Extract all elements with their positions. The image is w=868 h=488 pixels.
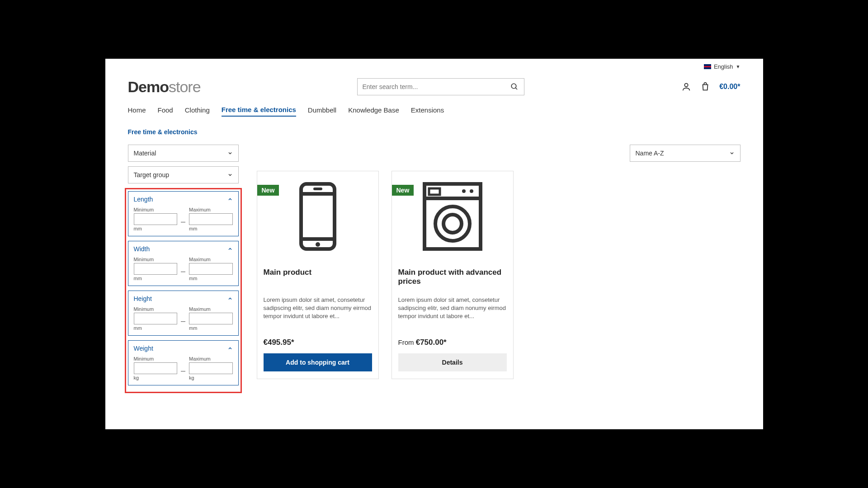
- product-grid: NewMain productLorem ipsum dolor sit ame…: [257, 171, 741, 379]
- filter-min-field: Minimummm: [134, 257, 178, 281]
- filter-max-unit: mm: [189, 226, 233, 231]
- new-badge: New: [257, 185, 279, 196]
- search-box[interactable]: [357, 78, 524, 95]
- nav-item[interactable]: Free time & electronics: [222, 106, 296, 117]
- chevron-up-icon: [227, 197, 233, 202]
- filter-max-field: Maximummm: [189, 257, 233, 281]
- filter-range-header[interactable]: Width: [128, 241, 238, 257]
- svg-point-12: [470, 189, 473, 193]
- sort-select[interactable]: Name A-Z: [630, 145, 741, 162]
- nav-item[interactable]: Food: [158, 106, 173, 116]
- filter-max-input[interactable]: [189, 213, 233, 225]
- logo[interactable]: Demostore: [128, 78, 201, 96]
- filter-max-label: Maximum: [189, 356, 233, 361]
- product-price: €495.95*: [264, 338, 372, 347]
- header-right: €0.00*: [681, 82, 740, 92]
- flag-icon: [704, 64, 711, 69]
- account-icon[interactable]: [681, 82, 691, 92]
- main-area: MaterialTarget group LengthMinimummm–Max…: [128, 145, 741, 393]
- content-area: Name A-Z NewMain productLorem ipsum dolo…: [257, 145, 741, 393]
- filter-max-unit: mm: [189, 325, 233, 331]
- chevron-up-icon: [227, 246, 233, 252]
- filter-max-input[interactable]: [189, 313, 233, 324]
- filter-min-unit: mm: [134, 226, 178, 231]
- product-action-button[interactable]: Details: [398, 353, 507, 371]
- card-body: Main productLorem ipsum dolor sit amet, …: [257, 262, 378, 379]
- range-dash: –: [181, 267, 185, 276]
- search-icon[interactable]: [509, 82, 519, 92]
- nav-item[interactable]: Extensions: [411, 106, 444, 116]
- filter-range-header[interactable]: Weight: [128, 341, 238, 356]
- svg-point-7: [316, 242, 320, 247]
- chevron-down-icon: ▼: [736, 64, 741, 69]
- filter-range-label: Height: [134, 295, 152, 302]
- sort-row: Name A-Z: [257, 145, 741, 162]
- product-action-button[interactable]: Add to shopping cart: [264, 353, 372, 371]
- filter-collapsed[interactable]: Target group: [128, 166, 239, 183]
- main-nav: HomeFoodClothingFree time & electronicsD…: [128, 102, 741, 120]
- nav-item[interactable]: Clothing: [185, 106, 210, 116]
- cart-total[interactable]: €0.00*: [719, 83, 740, 91]
- nav-item[interactable]: Home: [128, 106, 146, 116]
- breadcrumb[interactable]: Free time & electronics: [128, 128, 741, 136]
- filter-min-unit: kg: [134, 375, 178, 380]
- filter-min-input[interactable]: [134, 213, 178, 225]
- svg-rect-6: [313, 188, 322, 190]
- language-selector[interactable]: English: [714, 63, 733, 70]
- filter-min-input[interactable]: [134, 313, 178, 324]
- filter-range-label: Width: [134, 245, 150, 253]
- search-input[interactable]: [362, 83, 509, 90]
- filter-collapsed[interactable]: Material: [128, 145, 239, 162]
- filter-min-unit: mm: [134, 325, 178, 331]
- filter-label: Material: [134, 150, 156, 157]
- filter-max-label: Maximum: [189, 306, 233, 312]
- nav-item[interactable]: Dumbbell: [308, 106, 336, 116]
- filter-max-field: Maximumkg: [189, 356, 233, 380]
- svg-point-0: [512, 84, 517, 89]
- filter-max-field: Maximummm: [189, 207, 233, 231]
- svg-point-2: [685, 84, 688, 87]
- filter-min-field: Minimummm: [134, 207, 178, 231]
- filter-min-field: Minimumkg: [134, 356, 178, 380]
- new-badge: New: [392, 185, 414, 196]
- filter-min-label: Minimum: [134, 257, 178, 262]
- filter-range-panel: HeightMinimummm–Maximummm: [128, 291, 239, 336]
- chevron-up-icon: [227, 296, 233, 301]
- filter-max-input[interactable]: [189, 263, 233, 275]
- chevron-down-icon: [729, 150, 735, 156]
- filter-label: Target group: [134, 171, 170, 178]
- filter-min-label: Minimum: [134, 306, 178, 312]
- filter-range-body: Minimummm–Maximummm: [128, 306, 238, 335]
- sort-selected-label: Name A-Z: [636, 150, 664, 157]
- product-description: Lorem ipsum dolor sit amet, consetetur s…: [398, 296, 507, 321]
- filter-min-input[interactable]: [134, 362, 178, 374]
- filter-range-label: Weight: [134, 345, 153, 352]
- filter-max-label: Maximum: [189, 257, 233, 262]
- filter-min-unit: mm: [134, 276, 178, 281]
- chevron-down-icon: [227, 150, 233, 156]
- svg-rect-10: [429, 188, 440, 195]
- filter-max-label: Maximum: [189, 207, 233, 212]
- price-value: €495.95*: [264, 338, 294, 347]
- product-card[interactable]: NewMain productLorem ipsum dolor sit ame…: [257, 171, 379, 379]
- filter-min-label: Minimum: [134, 356, 178, 361]
- product-title: Main product with advanced prices: [398, 268, 507, 288]
- product-card[interactable]: NewMain product with advanced pricesLore…: [392, 171, 514, 379]
- product-price: From €750.00*: [398, 338, 507, 347]
- price-prefix: From: [398, 338, 416, 346]
- filter-min-input[interactable]: [134, 263, 178, 275]
- svg-point-14: [443, 215, 462, 233]
- logo-bold: Demo: [128, 78, 169, 95]
- svg-line-1: [516, 88, 518, 89]
- filter-max-input[interactable]: [189, 362, 233, 374]
- filter-max-unit: kg: [189, 375, 233, 380]
- filter-max-unit: mm: [189, 276, 233, 281]
- cart-icon[interactable]: [700, 82, 710, 92]
- highlighted-filter-group: LengthMinimummm–MaximummmWidthMinimummm–…: [125, 188, 242, 393]
- filter-range-body: Minimummm–Maximummm: [128, 257, 238, 286]
- filter-range-header[interactable]: Height: [128, 291, 238, 306]
- product-description: Lorem ipsum dolor sit amet, consetetur s…: [264, 296, 372, 321]
- nav-item[interactable]: Knowledge Base: [348, 106, 399, 116]
- filter-range-header[interactable]: Length: [128, 192, 238, 207]
- range-dash: –: [181, 316, 185, 326]
